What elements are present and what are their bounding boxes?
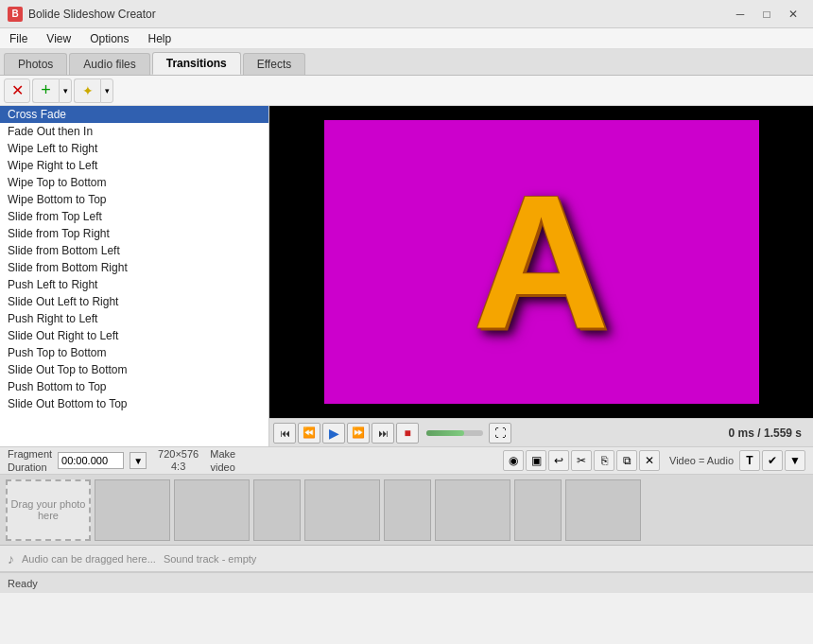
resolution-display: 720×576 4:3 xyxy=(158,448,199,473)
time-separator: / xyxy=(757,426,760,440)
arrow-button[interactable]: ▼ xyxy=(785,450,805,471)
preview-image: A xyxy=(324,120,759,404)
add-dropdown-button[interactable]: ▾ xyxy=(59,78,72,103)
transition-item-6[interactable]: Slide from Top Left xyxy=(0,208,268,225)
transition-item-16[interactable]: Push Bottom to Top xyxy=(0,378,268,395)
paste-button[interactable]: ⎘ xyxy=(594,450,614,471)
transition-item-8[interactable]: Slide from Bottom Left xyxy=(0,242,268,259)
film-slot-2[interactable] xyxy=(174,479,250,541)
tab-audio-files[interactable]: Audio files xyxy=(69,53,149,75)
status-bar: Ready xyxy=(0,572,813,593)
fragment-label: Fragment Duration xyxy=(8,447,52,475)
stop-button[interactable]: ■ xyxy=(396,423,419,444)
filmstrip: Drag your photo here xyxy=(0,475,813,546)
music-icon: ♪ xyxy=(8,551,14,566)
status-text: Ready xyxy=(8,578,38,589)
transitions-list: Cross FadeFade Out then InWipe Left to R… xyxy=(0,106,268,446)
close-button[interactable]: ✕ xyxy=(781,5,805,24)
volume-track xyxy=(426,430,483,436)
transition-item-9[interactable]: Slide from Bottom Right xyxy=(0,259,268,276)
preview-letter: A xyxy=(473,167,609,357)
record-button[interactable]: ◉ xyxy=(503,450,524,471)
app-title: Bolide Slideshow Creator xyxy=(28,8,156,21)
delete-button[interactable]: ✕ xyxy=(4,78,30,103)
transition-item-12[interactable]: Push Right to Left xyxy=(0,310,268,327)
transition-item-13[interactable]: Slide Out Right to Left xyxy=(0,327,268,344)
playback-bar: ⏮ ⏪ ▶ ⏩ ⏭ ■ ⛶ 0 ms / 1.559 s xyxy=(269,418,813,446)
menu-bar: File View Options Help xyxy=(0,28,813,49)
transition-item-10[interactable]: Push Left to Right xyxy=(0,276,268,293)
time-display: 0 ms / 1.559 s xyxy=(729,426,809,440)
minimize-button[interactable]: ─ xyxy=(728,5,752,24)
film-slot-1[interactable] xyxy=(95,479,170,541)
menu-help[interactable]: Help xyxy=(139,28,182,48)
drag-photo-slot[interactable]: Drag your photo here xyxy=(6,479,91,541)
preview-canvas: A xyxy=(269,106,813,418)
delete-item-button[interactable]: ✕ xyxy=(639,450,660,471)
film-slot-8[interactable] xyxy=(565,479,641,541)
transition-item-11[interactable]: Slide Out Left to Right xyxy=(0,293,268,310)
app-icon: B xyxy=(8,7,23,22)
fragment-input[interactable] xyxy=(58,452,124,469)
transition-item-15[interactable]: Slide Out Top to Bottom xyxy=(0,361,268,378)
tab-effects[interactable]: Effects xyxy=(243,53,305,75)
toolbar: ✕ + ▾ ✦ ▾ xyxy=(0,76,813,106)
transition-item-2[interactable]: Wipe Left to Right xyxy=(0,140,268,157)
video-audio-label: Video = Audio xyxy=(669,455,734,466)
title-bar: B Bolide Slideshow Creator ─ □ ✕ xyxy=(0,0,813,28)
fragment-bar: Fragment Duration ▼ 720×576 4:3 Make vid… xyxy=(0,446,813,475)
film-slot-3[interactable] xyxy=(253,479,301,541)
crop-button[interactable]: ▣ xyxy=(526,450,546,471)
film-slot-6[interactable] xyxy=(435,479,510,541)
action-icons: ◉ ▣ ↩ ✂ ⎘ ⧉ ✕ Video = Audio T ✔ ▼ xyxy=(503,450,805,471)
next-button[interactable]: ⏩ xyxy=(347,423,370,444)
tab-transitions[interactable]: Transitions xyxy=(152,52,241,75)
transition-item-5[interactable]: Wipe Bottom to Top xyxy=(0,191,268,208)
menu-file[interactable]: File xyxy=(0,28,37,48)
to-start-button[interactable]: ⏮ xyxy=(273,423,296,444)
volume-fill xyxy=(426,430,464,436)
transition-item-0[interactable]: Cross Fade xyxy=(0,106,268,123)
transition-item-4[interactable]: Wipe Top to Bottom xyxy=(0,174,268,191)
film-slot-7[interactable] xyxy=(514,479,562,541)
transitions-panel: Cross FadeFade Out then InWipe Left to R… xyxy=(0,106,269,446)
add-split-button: + ▾ xyxy=(32,78,72,103)
transition-item-17[interactable]: Slide Out Bottom to Top xyxy=(0,395,268,412)
cut-button[interactable]: ✂ xyxy=(571,450,592,471)
volume-slider[interactable] xyxy=(426,430,483,436)
transition-item-14[interactable]: Push Top to Bottom xyxy=(0,344,268,361)
time-total: 1.559 s xyxy=(764,426,802,440)
check-button[interactable]: ✔ xyxy=(762,450,783,471)
star-split-button: ✦ ▾ xyxy=(74,78,113,103)
add-main-button[interactable]: + xyxy=(32,78,59,103)
fullscreen-button[interactable]: ⛶ xyxy=(489,423,511,444)
to-end-button[interactable]: ⏭ xyxy=(372,423,394,444)
undo-button[interactable]: ↩ xyxy=(548,450,569,471)
star-main-button[interactable]: ✦ xyxy=(74,78,100,103)
film-slot-5[interactable] xyxy=(384,479,431,541)
time-current: 0 ms xyxy=(729,426,754,440)
star-dropdown-button[interactable]: ▾ xyxy=(100,78,113,103)
copy-button[interactable]: ⧉ xyxy=(616,450,637,471)
soundtrack-drag-text: Audio can be dragged here... xyxy=(22,553,156,565)
film-slot-4[interactable] xyxy=(304,479,380,541)
menu-options[interactable]: Options xyxy=(80,28,138,48)
transition-item-1[interactable]: Fade Out then In xyxy=(0,123,268,140)
maximize-button[interactable]: □ xyxy=(754,5,779,24)
preview-panel: A ⏮ ⏪ ▶ ⏩ ⏭ ■ ⛶ 0 ms / 1.559 s xyxy=(269,106,813,446)
menu-view[interactable]: View xyxy=(37,28,80,48)
fragment-down-button[interactable]: ▼ xyxy=(130,452,147,469)
transition-item-3[interactable]: Wipe Right to Left xyxy=(0,157,268,174)
make-video-button[interactable]: Make video xyxy=(210,447,235,475)
transition-item-7[interactable]: Slide from Top Right xyxy=(0,225,268,242)
soundtrack-bar: ♪ Audio can be dragged here... Sound tra… xyxy=(0,546,813,572)
main-content: Cross FadeFade Out then InWipe Left to R… xyxy=(0,106,813,446)
tab-bar: Photos Audio files Transitions Effects xyxy=(0,49,813,76)
text-button[interactable]: T xyxy=(739,450,760,471)
window-controls: ─ □ ✕ xyxy=(728,5,805,24)
play-button[interactable]: ▶ xyxy=(322,423,345,444)
soundtrack-label: Sound track - empty xyxy=(164,553,256,565)
prev-button[interactable]: ⏪ xyxy=(298,423,320,444)
tab-photos[interactable]: Photos xyxy=(4,53,67,75)
